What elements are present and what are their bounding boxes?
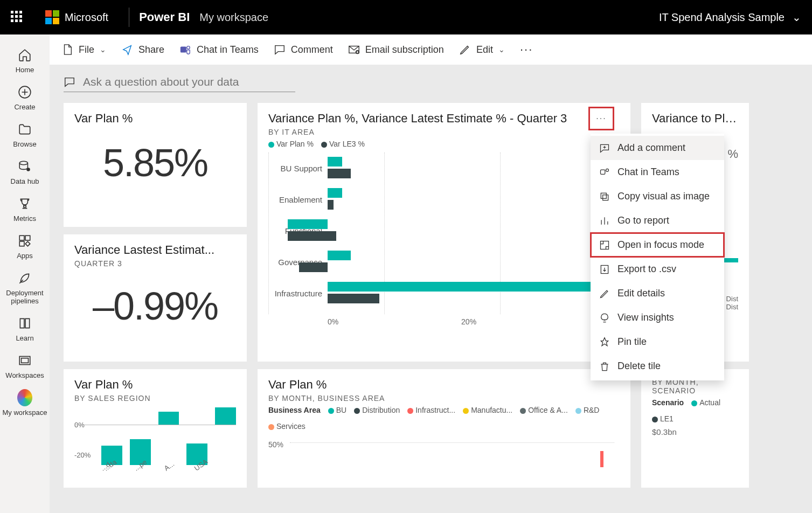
- product-label[interactable]: Power BI: [139, 10, 190, 24]
- svg-rect-7: [22, 358, 29, 363]
- chart-legend: Business Area BU Distribution Infrastruc…: [268, 406, 620, 431]
- svg-point-2: [26, 168, 30, 171]
- chart-legend: Scenario Actual LE1: [652, 398, 738, 423]
- lightbulb-icon: [599, 313, 610, 323]
- comment-icon: [64, 76, 75, 88]
- tile-title: Var Plan %: [74, 112, 236, 126]
- kpi-value: 5.85%: [74, 128, 236, 201]
- hbar-chart: BU Support Enablement Functional Governa…: [268, 152, 620, 325]
- share-icon: [121, 44, 133, 56]
- top-header: Microsoft Power BI My workspace IT Spend…: [0, 0, 812, 34]
- teams-icon: [179, 44, 191, 56]
- tile-more-options-button[interactable]: ···: [588, 107, 614, 130]
- left-nav: Home Create Browse Data hub Metrics Apps…: [0, 34, 50, 513]
- header-divider: [129, 8, 129, 27]
- menu-edit-details[interactable]: Edit details: [591, 281, 724, 306]
- tile-subtitle: By Month, Business Area: [268, 394, 620, 403]
- more-actions-button[interactable]: ···: [520, 43, 533, 57]
- svg-point-1: [19, 161, 27, 165]
- nav-apps[interactable]: Apps: [0, 228, 50, 265]
- svg-rect-14: [601, 193, 606, 198]
- menu-open-focus-mode[interactable]: Open in focus mode: [591, 233, 724, 257]
- trophy-icon: [17, 196, 32, 211]
- share-button[interactable]: Share: [121, 44, 164, 56]
- plus-circle-icon: [17, 85, 32, 100]
- nav-learn[interactable]: Learn: [0, 310, 50, 348]
- svg-point-9: [187, 46, 190, 50]
- chevron-down-icon: ⌄: [100, 45, 106, 54]
- nav-create[interactable]: Create: [0, 79, 50, 116]
- menu-chat-teams[interactable]: Chat in Teams: [591, 160, 724, 184]
- column-chart: 0% -20%: [74, 406, 236, 465]
- home-icon: [17, 47, 32, 63]
- nav-workspaces[interactable]: Workspaces: [0, 348, 50, 385]
- chevron-down-icon: ⌄: [498, 45, 505, 54]
- teams-icon: [599, 167, 610, 178]
- nav-my-workspace[interactable]: My workspace: [0, 385, 50, 422]
- pin-icon: [599, 337, 610, 348]
- database-icon: [17, 159, 32, 174]
- tile-subtitle: By IT Area: [268, 128, 620, 136]
- rocket-icon: [17, 271, 32, 286]
- tile-subtitle: Quarter 3: [74, 259, 236, 268]
- menu-delete-tile[interactable]: Delete tile: [591, 354, 724, 378]
- tile-kpi-var-le[interactable]: Variance Lastest Estimat... Quarter 3 –0…: [64, 234, 247, 362]
- chart-legend: Var Plan % Var LE3 %: [268, 140, 620, 148]
- tile-variance-it-area[interactable]: Variance Plan %, Variance Latest Estimat…: [258, 103, 630, 362]
- edit-menu[interactable]: Edit⌄: [459, 44, 505, 56]
- tile-title: Variance Plan %, Variance Latest Estimat…: [268, 112, 620, 126]
- file-menu[interactable]: File⌄: [61, 44, 106, 56]
- nav-home[interactable]: Home: [0, 42, 50, 79]
- chat-teams-button[interactable]: Chat in Teams: [179, 44, 259, 56]
- tile-kpi-var-plan[interactable]: Var Plan % 5.85%: [64, 103, 247, 227]
- menu-export-csv[interactable]: Export to .csv: [591, 257, 724, 281]
- focus-icon: [599, 240, 610, 251]
- y-axis-label: $0.3bn: [652, 427, 738, 436]
- kpi-value: –0.99%: [74, 271, 236, 344]
- microsoft-logo: [45, 10, 59, 24]
- tile-context-menu: Add a comment Chat in Teams Copy visual …: [591, 134, 724, 380]
- nav-data-hub[interactable]: Data hub: [0, 154, 50, 191]
- tile-title: Var Plan %: [268, 378, 620, 392]
- folder-icon: [17, 122, 32, 137]
- email-icon: [348, 44, 360, 56]
- tile-month-scenario[interactable]: By Month, Scenario Scenario Actual LE1 $…: [641, 369, 749, 488]
- tile-subtitle: By Sales Region: [74, 394, 236, 403]
- menu-pin-tile[interactable]: Pin tile: [591, 330, 724, 354]
- nav-browse[interactable]: Browse: [0, 116, 50, 154]
- svg-rect-4: [25, 235, 30, 240]
- copy-icon: [599, 191, 610, 202]
- export-icon: [599, 264, 610, 275]
- workspace-breadcrumb[interactable]: My workspace: [199, 11, 268, 24]
- svg-rect-3: [19, 235, 24, 240]
- trash-icon: [599, 361, 610, 372]
- svg-rect-5: [19, 241, 24, 246]
- tile-var-plan-month[interactable]: Var Plan % By Month, Business Area Busin…: [258, 369, 630, 488]
- menu-copy-visual[interactable]: Copy visual as image: [591, 184, 724, 209]
- nav-metrics[interactable]: Metrics: [0, 191, 50, 228]
- pencil-icon: [459, 44, 471, 56]
- report-switcher[interactable]: IT Spend Analysis Sample ⌄: [659, 11, 801, 24]
- pencil-icon: [599, 288, 610, 299]
- app-launcher-icon[interactable]: [11, 11, 24, 24]
- book-icon: [17, 316, 32, 331]
- bar-chart-icon: [599, 216, 610, 226]
- action-bar: File⌄ Share Chat in Teams Comment Email …: [50, 34, 812, 65]
- workspaces-icon: [17, 353, 32, 368]
- menu-add-comment[interactable]: Add a comment: [591, 136, 724, 160]
- svg-rect-15: [603, 195, 608, 200]
- comment-button[interactable]: Comment: [274, 44, 333, 56]
- qna-box[interactable]: [64, 74, 295, 92]
- apps-icon: [17, 233, 32, 248]
- chevron-down-icon: ⌄: [792, 11, 801, 24]
- more-icon: ···: [596, 114, 606, 123]
- email-sub-button[interactable]: Email subscription: [348, 44, 444, 56]
- svg-rect-12: [601, 170, 605, 174]
- svg-point-13: [606, 169, 609, 171]
- menu-view-insights[interactable]: View insights: [591, 306, 724, 330]
- menu-go-to-report[interactable]: Go to report: [591, 209, 724, 233]
- comment-plus-icon: [599, 143, 610, 154]
- tile-var-plan-region[interactable]: Var Plan % By Sales Region 0% -20% ...d …: [64, 369, 247, 488]
- nav-deployment[interactable]: Deployment pipelines: [0, 265, 50, 310]
- qna-input[interactable]: [83, 75, 288, 88]
